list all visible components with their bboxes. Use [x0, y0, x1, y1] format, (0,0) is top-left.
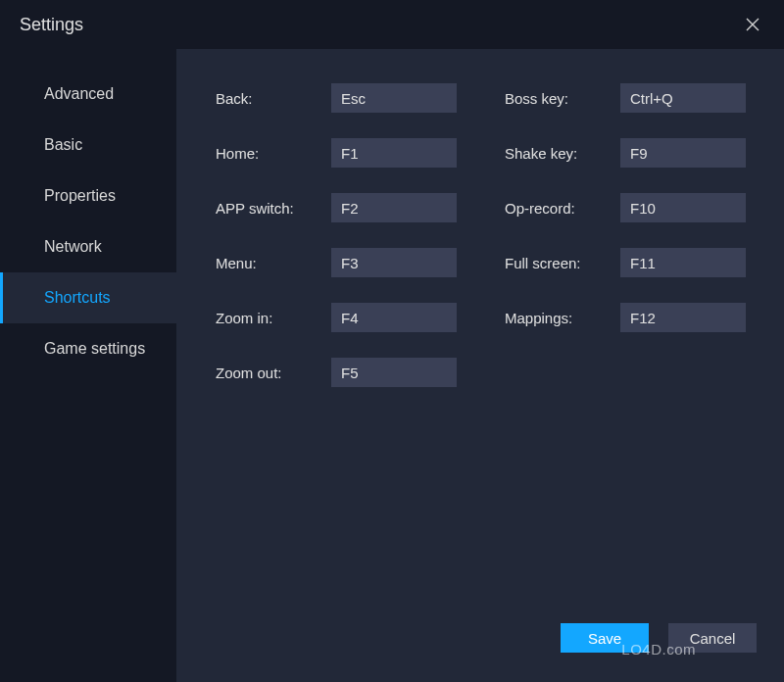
shortcut-label: Op-record: — [505, 200, 620, 217]
shortcut-label: Back: — [216, 90, 331, 107]
shortcut-input-boss-key[interactable]: Ctrl+Q — [620, 83, 746, 113]
shortcut-menu: Menu: F3 — [216, 248, 466, 277]
sidebar-item-game-settings[interactable]: Game settings — [0, 323, 176, 374]
sidebar-item-label: Network — [44, 238, 102, 256]
settings-content: Advanced Basic Properties Network Shortc… — [0, 49, 784, 682]
sidebar-item-label: Advanced — [44, 85, 114, 103]
cancel-button[interactable]: Cancel — [668, 623, 757, 653]
shortcuts-grid: Back: Esc Boss key: Ctrl+Q Home: F1 Shak… — [216, 83, 755, 387]
close-button[interactable] — [741, 13, 764, 36]
sidebar-item-label: Game settings — [44, 340, 145, 358]
save-button[interactable]: Save — [561, 623, 649, 653]
shortcut-back: Back: Esc — [216, 83, 466, 113]
shortcut-label: Menu: — [216, 255, 331, 271]
shortcut-input-home[interactable]: F1 — [331, 138, 457, 168]
shortcut-label: Zoom in: — [216, 310, 331, 326]
sidebar-item-basic[interactable]: Basic — [0, 120, 176, 170]
shortcut-label: Full screen: — [505, 255, 620, 271]
button-bar: Save Cancel — [561, 623, 757, 653]
shortcut-app-switch: APP switch: F2 — [216, 193, 466, 222]
sidebar-item-label: Shortcuts — [44, 289, 111, 307]
shortcut-input-app-switch[interactable]: F2 — [331, 193, 457, 222]
shortcut-mappings: Mappings: F12 — [505, 303, 755, 332]
shortcut-boss-key: Boss key: Ctrl+Q — [505, 83, 755, 113]
shortcut-full-screen: Full screen: F11 — [505, 248, 755, 277]
sidebar-item-shortcuts[interactable]: Shortcuts — [0, 272, 176, 323]
shortcut-input-mappings[interactable]: F12 — [620, 303, 746, 332]
shortcut-label: APP switch: — [216, 200, 331, 217]
shortcut-input-back[interactable]: Esc — [331, 83, 457, 113]
shortcut-label: Home: — [216, 145, 331, 162]
page-title: Settings — [20, 15, 83, 35]
sidebar-item-label: Basic — [44, 136, 82, 154]
shortcut-op-record: Op-record: F10 — [505, 193, 755, 222]
close-icon — [746, 18, 760, 31]
sidebar-item-advanced[interactable]: Advanced — [0, 69, 176, 120]
settings-header: Settings — [0, 0, 784, 49]
shortcut-zoom-in: Zoom in: F4 — [216, 303, 466, 332]
shortcut-input-zoom-in[interactable]: F4 — [331, 303, 457, 332]
sidebar-item-label: Properties — [44, 187, 116, 205]
shortcut-input-shake-key[interactable]: F9 — [620, 138, 746, 168]
sidebar-item-properties[interactable]: Properties — [0, 170, 176, 221]
shortcut-input-menu[interactable]: F3 — [331, 248, 457, 277]
shortcut-shake-key: Shake key: F9 — [505, 138, 755, 168]
shortcut-label: Boss key: — [505, 90, 620, 107]
sidebar-item-network[interactable]: Network — [0, 221, 176, 272]
shortcut-input-op-record[interactable]: F10 — [620, 193, 746, 222]
shortcut-label: Mappings: — [505, 310, 620, 326]
shortcut-input-zoom-out[interactable]: F5 — [331, 358, 457, 387]
shortcut-home: Home: F1 — [216, 138, 466, 168]
shortcut-input-full-screen[interactable]: F11 — [620, 248, 746, 277]
shortcut-label: Shake key: — [505, 145, 620, 162]
main-panel: Back: Esc Boss key: Ctrl+Q Home: F1 Shak… — [176, 49, 784, 682]
shortcut-zoom-out: Zoom out: F5 — [216, 358, 466, 387]
sidebar: Advanced Basic Properties Network Shortc… — [0, 49, 176, 682]
shortcut-label: Zoom out: — [216, 365, 331, 381]
